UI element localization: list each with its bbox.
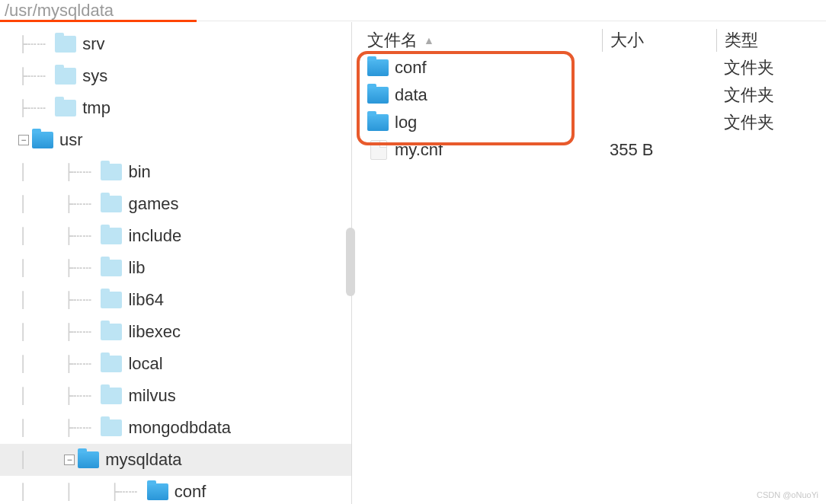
tree-item-milvus[interactable]: │ ├┄┄ milvus	[0, 380, 351, 412]
folder-icon	[367, 114, 389, 131]
file-pane: 文件名 ▲ 大小 类型 conf文件夹data文件夹log文件夹my.cnf35…	[352, 22, 826, 504]
file-size-cell: 355 B	[602, 140, 716, 160]
file-name: data	[395, 85, 427, 105]
tree-lines: │ │ ├┄┄	[0, 483, 147, 501]
tree-item-games[interactable]: │ ├┄┄ games	[0, 188, 351, 220]
tree-item-srv[interactable]: ├┄┄ srv	[0, 28, 351, 60]
path-bar[interactable]: /usr/mysqldata	[0, 0, 826, 21]
file-name-cell: my.cnf	[367, 140, 602, 160]
folder-icon	[101, 388, 122, 404]
tree-item-label: srv	[82, 34, 104, 54]
tree-lines: │	[0, 451, 64, 469]
tree-lines: │ ├┄┄	[0, 419, 101, 437]
watermark: CSDN @oNuoYi	[757, 490, 818, 499]
tree-lines: │ ├┄┄	[0, 163, 101, 181]
file-name: my.cnf	[395, 140, 443, 160]
tree-item-mysqldata[interactable]: │ −mysqldata	[0, 444, 351, 476]
folder-icon	[101, 164, 122, 180]
current-path: /usr/mysqldata	[5, 1, 114, 20]
tree-item-label: include	[128, 226, 181, 246]
tree-item-tmp[interactable]: ├┄┄ tmp	[0, 92, 351, 124]
file-type-cell: 文件夹	[716, 56, 826, 79]
folder-icon	[55, 68, 76, 85]
tree-lines: │ ├┄┄	[0, 291, 101, 309]
folder-tree: ├┄┄ srv ├┄┄ sys ├┄┄ tmp −usr │ ├┄┄ bin │…	[0, 28, 351, 504]
tree-item-mongodbdata[interactable]: │ ├┄┄ mongodbdata	[0, 412, 351, 444]
tree-pane[interactable]: ├┄┄ srv ├┄┄ sys ├┄┄ tmp −usr │ ├┄┄ bin │…	[0, 22, 352, 504]
tree-lines: ├┄┄	[0, 35, 55, 53]
tree-item-include[interactable]: │ ├┄┄ include	[0, 220, 351, 252]
folder-icon	[78, 451, 99, 468]
tree-item-conf[interactable]: │ │ ├┄┄ conf	[0, 476, 351, 504]
column-headers: 文件名 ▲ 大小 类型	[352, 27, 826, 54]
tree-lines: │ ├┄┄	[0, 355, 101, 373]
file-type-cell: 文件夹	[716, 84, 826, 107]
main-split: ├┄┄ srv ├┄┄ sys ├┄┄ tmp −usr │ ├┄┄ bin │…	[0, 22, 826, 504]
tree-item-label: mongodbdata	[128, 418, 231, 438]
tree-item-bin[interactable]: │ ├┄┄ bin	[0, 156, 351, 188]
file-list: conf文件夹data文件夹log文件夹my.cnf355 B	[352, 54, 826, 164]
column-name-header[interactable]: 文件名 ▲	[367, 29, 602, 52]
tree-item-label: local	[128, 354, 162, 374]
folder-icon	[101, 324, 122, 340]
folder-icon	[101, 356, 122, 372]
tree-item-label: mysqldata	[105, 450, 181, 470]
folder-icon	[101, 228, 122, 244]
folder-icon	[101, 419, 122, 436]
folder-icon	[32, 132, 53, 148]
tree-item-libexec[interactable]: │ ├┄┄ libexec	[0, 316, 351, 348]
file-row[interactable]: my.cnf355 B	[367, 136, 826, 164]
folder-icon	[147, 483, 168, 500]
tree-item-label: libexec	[128, 322, 180, 342]
tree-item-label: tmp	[82, 98, 110, 118]
tree-item-sys[interactable]: ├┄┄ sys	[0, 60, 351, 92]
tree-lines: │ ├┄┄	[0, 227, 101, 245]
tree-item-label: bin	[128, 162, 150, 182]
column-size-header[interactable]: 大小	[602, 29, 716, 52]
tree-item-lib64[interactable]: │ ├┄┄ lib64	[0, 284, 351, 316]
tree-item-label: games	[128, 194, 178, 214]
file-name-cell: log	[367, 113, 602, 132]
tree-item-label: lib64	[128, 290, 163, 310]
tree-item-label: conf	[174, 482, 206, 502]
column-type-header[interactable]: 类型	[716, 29, 826, 52]
tree-lines: │ ├┄┄	[0, 387, 101, 405]
folder-icon	[101, 196, 122, 212]
tree-lines: ├┄┄	[0, 67, 55, 85]
tree-lines: │ ├┄┄	[0, 195, 101, 213]
scrollbar[interactable]	[346, 228, 355, 296]
folder-icon	[55, 100, 76, 116]
file-row[interactable]: data文件夹	[367, 81, 826, 109]
file-name: log	[395, 113, 417, 132]
tree-item-local[interactable]: │ ├┄┄ local	[0, 348, 351, 380]
file-type-cell: 文件夹	[716, 111, 826, 134]
collapse-icon[interactable]: −	[64, 455, 75, 465]
tree-lines: │ ├┄┄	[0, 259, 101, 277]
collapse-icon[interactable]: −	[18, 135, 29, 145]
folder-icon	[101, 292, 122, 308]
file-row[interactable]: log文件夹	[367, 109, 826, 136]
sort-asc-icon: ▲	[424, 34, 434, 46]
tree-item-usr[interactable]: −usr	[0, 124, 351, 156]
file-name: conf	[395, 58, 427, 78]
tree-item-label: lib	[128, 258, 145, 278]
tree-lines	[0, 131, 18, 149]
folder-icon	[367, 59, 389, 76]
file-name-cell: data	[367, 85, 602, 105]
tree-item-label: milvus	[128, 386, 175, 406]
tree-lines: │ ├┄┄	[0, 323, 101, 341]
file-name-cell: conf	[367, 58, 602, 78]
tree-lines: ├┄┄	[0, 99, 55, 117]
tree-item-lib[interactable]: │ ├┄┄ lib	[0, 252, 351, 284]
folder-icon	[101, 260, 122, 276]
folder-icon	[55, 36, 76, 53]
file-icon	[370, 140, 387, 160]
folder-icon	[367, 87, 389, 104]
file-row[interactable]: conf文件夹	[367, 54, 826, 81]
tree-item-label: sys	[82, 66, 107, 86]
tree-item-label: usr	[59, 130, 83, 150]
